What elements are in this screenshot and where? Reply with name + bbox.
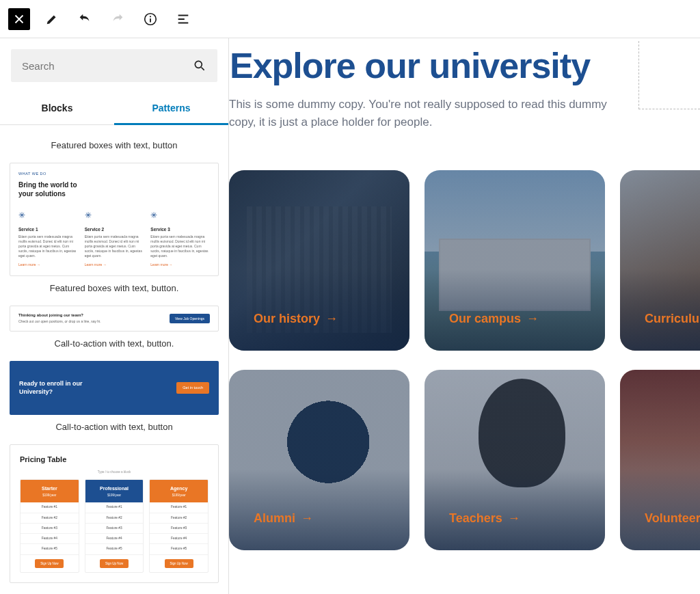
pattern-caption: Featured boxes with text, button: [10, 140, 219, 150]
page-subtitle[interactable]: This is some dummy copy. You're not real…: [229, 96, 612, 131]
arrow-right-icon: →: [508, 511, 520, 526]
undo-button[interactable]: [74, 8, 96, 30]
preview-cta-button: View Job Openings: [170, 314, 210, 324]
preview-col: ✳ Service 2 Etiam porta sem malesuada ma…: [85, 211, 144, 267]
card-label: Our history: [254, 312, 320, 326]
preview-pricing-sub: Type / to choose a block: [20, 470, 208, 474]
edit-button[interactable]: [41, 8, 63, 30]
block-outline: [638, 41, 700, 109]
arrow-right-icon: →: [325, 312, 338, 326]
preview-col-text: Etiam porta sem malesuada magna mollis e…: [150, 234, 210, 258]
card-row: Alumni→ Teachers→ Volunteer→: [229, 370, 700, 550]
tab-patterns[interactable]: Patterns: [114, 93, 228, 125]
pricing-plan: Starter$199/yearFeature #1Feature #2Feat…: [20, 479, 79, 573]
search-input[interactable]: [22, 60, 193, 72]
arrow-right-icon: →: [301, 511, 313, 526]
preview-cta-title: Ready to enroll in our University?: [19, 380, 88, 396]
editor-canvas[interactable]: Explore our university This is some dumm…: [229, 38, 700, 594]
card-our-history[interactable]: Our history→: [229, 170, 409, 351]
preview-eyebrow: WHAT WE DO: [18, 172, 210, 176]
pricing-plan: Professional$199/yearFeature #1Feature #…: [85, 479, 144, 573]
pattern-caption: Call-to-action with text, button.: [10, 338, 219, 349]
arrow-right-icon: →: [526, 312, 539, 326]
preview-col-text: Etiam porta sem malesuada magna mollis e…: [18, 234, 78, 258]
preview-col-heading: Service 3: [150, 227, 210, 232]
pattern-preview-featured-boxes[interactable]: WHAT WE DO Bring the world to your solut…: [10, 163, 219, 276]
close-icon: [12, 12, 27, 27]
block-inserter-sidebar: Blocks Patterns Featured boxes with text…: [0, 38, 229, 594]
asterisk-icon: ✳: [85, 211, 144, 221]
card-alumni[interactable]: Alumni→: [229, 370, 409, 550]
preview-col-link: Learn more →: [150, 262, 210, 267]
pattern-preview-cta-light[interactable]: Thinking about joining our team? Check o…: [10, 306, 219, 332]
card-label: Alumni: [254, 511, 295, 526]
pattern-caption: Featured boxes with text, button.: [10, 283, 219, 293]
asterisk-icon: ✳: [150, 211, 210, 221]
pencil-icon: [44, 12, 59, 27]
card-teachers[interactable]: Teachers→: [425, 370, 605, 550]
svg-point-3: [195, 61, 202, 68]
preview-col-link: Learn more →: [18, 262, 78, 267]
editor-toolbar: [0, 0, 700, 38]
card-label: Curriculum: [645, 312, 700, 326]
svg-rect-2: [150, 18, 151, 23]
preview-title: Bring the world to your solutions: [18, 180, 80, 198]
preview-cta-button: Get in touch: [176, 382, 209, 394]
list-view-button[interactable]: [172, 8, 194, 30]
list-icon: [176, 12, 191, 27]
search-box[interactable]: [11, 49, 217, 82]
inserter-tabs: Blocks Patterns: [0, 93, 228, 125]
svg-point-1: [150, 16, 151, 17]
pattern-preview-pricing[interactable]: Pricing Table Type / to choose a block S…: [10, 444, 219, 583]
page-title[interactable]: Explore our university: [230, 45, 700, 86]
tab-blocks[interactable]: Blocks: [0, 93, 114, 124]
card-label: Our campus: [449, 312, 521, 326]
info-icon: [143, 12, 158, 27]
preview-col: ✳ Service 1 Etiam porta sem malesuada ma…: [18, 211, 78, 267]
search-icon: [193, 59, 206, 72]
card-label: Teachers: [449, 511, 502, 526]
preview-col-heading: Service 2: [85, 227, 144, 232]
preview-col-link: Learn more →: [85, 262, 144, 267]
card-row: Our history→ Our campus→ Curriculum→: [229, 170, 700, 351]
card-label: Volunteer: [645, 511, 700, 526]
pricing-plan: Agency$199/yearFeature #1Feature #2Featu…: [149, 479, 208, 573]
pattern-caption: Call-to-action with text, button: [10, 422, 219, 432]
card-our-campus[interactable]: Our campus→: [425, 170, 605, 351]
pattern-preview-cta-dark[interactable]: Ready to enroll in our University? Get i…: [10, 361, 219, 415]
patterns-list[interactable]: Featured boxes with text, button WHAT WE…: [0, 125, 228, 594]
card-curriculum[interactable]: Curriculum→: [620, 170, 700, 351]
preview-pricing-title: Pricing Table: [20, 455, 208, 464]
preview-col-text: Etiam porta sem malesuada magna mollis e…: [85, 234, 144, 258]
preview-cta-sub: Check out our open positions, or drop us…: [18, 319, 101, 324]
preview-col: ✳ Service 3 Etiam porta sem malesuada ma…: [150, 211, 210, 267]
preview-cta-title: Thinking about joining our team?: [18, 313, 101, 319]
undo-icon: [77, 12, 92, 27]
close-button[interactable]: [8, 8, 30, 30]
redo-button[interactable]: [107, 8, 129, 30]
card-volunteer[interactable]: Volunteer→: [620, 370, 700, 550]
preview-col-heading: Service 1: [18, 227, 78, 232]
redo-icon: [110, 12, 125, 27]
info-button[interactable]: [139, 8, 161, 30]
asterisk-icon: ✳: [18, 211, 78, 221]
